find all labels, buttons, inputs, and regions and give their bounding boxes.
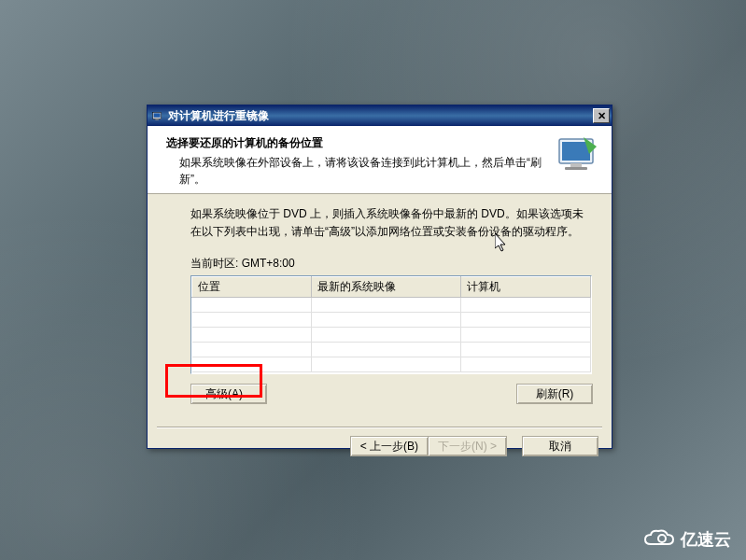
header-area: 选择要还原的计算机的备份位置 如果系统映像在外部设备上，请将该设备连接到此计算机… <box>148 126 612 194</box>
refresh-button[interactable]: 刷新(R) <box>516 384 593 404</box>
close-icon: ✕ <box>598 110 606 122</box>
table-row[interactable] <box>192 357 591 372</box>
table-row[interactable] <box>192 343 591 357</box>
app-icon <box>151 109 164 122</box>
content-area: 如果系统映像位于 DVD 上，则插入系统映像备份中最新的 DVD。如果该选项未在… <box>148 194 612 412</box>
back-button[interactable]: < 上一步(B) <box>350 436 428 456</box>
footer-separator <box>157 427 602 428</box>
dialog-title: 对计算机进行重镜像 <box>168 108 593 124</box>
reimage-dialog: 对计算机进行重镜像 ✕ 选择要还原的计算机的备份位置 如果系统映像在外部设备上，… <box>147 105 612 449</box>
svg-rect-1 <box>154 113 161 117</box>
cancel-button[interactable]: 取消 <box>522 436 598 456</box>
wizard-nav-buttons: < 上一步(B) 下一步(N) > 取消 <box>148 436 612 456</box>
col-computer[interactable]: 计算机 <box>461 277 591 298</box>
table-header-row: 位置 最新的系统映像 计算机 <box>192 277 591 298</box>
header-title: 选择要还原的计算机的备份位置 <box>166 135 548 151</box>
header-subtitle: 如果系统映像在外部设备上，请将该设备连接到此计算机上，然后单击“刷新”。 <box>166 154 548 188</box>
svg-rect-6 <box>565 167 587 170</box>
instruction-text: 如果系统映像位于 DVD 上，则插入系统映像备份中最新的 DVD。如果该选项未在… <box>166 205 593 241</box>
svg-rect-5 <box>570 163 582 167</box>
header-text-block: 选择要还原的计算机的备份位置 如果系统映像在外部设备上，请将该设备连接到此计算机… <box>166 135 548 188</box>
svg-rect-2 <box>155 119 159 120</box>
table-row[interactable] <box>192 313 591 328</box>
col-latest-image[interactable]: 最新的系统映像 <box>312 277 461 298</box>
table-row[interactable] <box>192 298 591 313</box>
col-location[interactable]: 位置 <box>192 277 312 298</box>
titlebar[interactable]: 对计算机进行重镜像 ✕ <box>148 105 612 126</box>
timezone-label: 当前时区: GMT+8:00 <box>166 256 593 272</box>
svg-rect-4 <box>562 142 590 161</box>
cloud-icon <box>643 529 675 550</box>
table-row[interactable] <box>192 328 591 343</box>
next-button: 下一步(N) > <box>428 436 507 456</box>
backup-list-table[interactable]: 位置 最新的系统映像 计算机 <box>190 275 592 374</box>
middle-button-row: 高级(A)... 刷新(R) <box>166 384 593 404</box>
advanced-button[interactable]: 高级(A)... <box>190 384 267 404</box>
svg-point-7 <box>658 535 666 542</box>
monitor-icon <box>556 135 600 173</box>
watermark-logo: 亿速云 <box>643 528 731 551</box>
close-button[interactable]: ✕ <box>593 108 610 123</box>
watermark-text: 亿速云 <box>681 528 731 551</box>
